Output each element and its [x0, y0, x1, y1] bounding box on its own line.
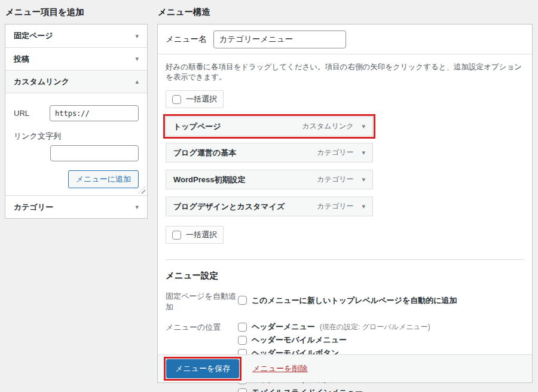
- auto-add-option[interactable]: このメニューに新しいトップレベルページを自動的に追加: [238, 290, 457, 310]
- accordion-posts[interactable]: 投稿 ▾: [5, 47, 147, 70]
- location-label: ヘッダーモバイルメニュー: [252, 335, 347, 345]
- link-text-input[interactable]: [50, 145, 139, 161]
- menu-structure-heading: メニュー構造: [157, 0, 533, 24]
- menu-item-blog-design[interactable]: ブログデザインとカスタマイズ カテゴリー ▾: [166, 197, 373, 216]
- location-checkbox[interactable]: [238, 323, 247, 332]
- chevron-down-icon[interactable]: ▾: [362, 203, 365, 210]
- chevron-down-icon[interactable]: ▾: [135, 56, 139, 62]
- menu-item-title: WordPress初期設定: [173, 174, 245, 185]
- menu-items-list: トップページ カスタムリンク ▾ ブログ運営の基本 カテゴリー ▾: [166, 114, 378, 216]
- drag-instruction-text: 好みの順番に各項目をドラッグしてください。項目の右側の矢印をクリックすると、追加…: [166, 62, 524, 82]
- menu-structure-column: メニュー構造 メニュー名 好みの順番に各項目をドラッグしてください。項目の右側の…: [157, 0, 533, 383]
- chevron-up-icon[interactable]: ▴: [135, 78, 139, 85]
- bulk-select-checkbox[interactable]: [172, 95, 181, 104]
- location-checkbox[interactable]: [238, 388, 247, 392]
- save-menu-button[interactable]: メニューを保存: [166, 359, 239, 378]
- accordion-custom-link[interactable]: カスタムリンク ▴: [5, 70, 147, 93]
- menu-item-wordpress-setup[interactable]: WordPress初期設定 カテゴリー ▾: [166, 170, 373, 189]
- accordion-fixed-pages-label: 固定ページ: [14, 30, 53, 41]
- menu-item-type: カテゴリー: [317, 174, 353, 185]
- menu-item-type: カスタムリンク: [302, 121, 354, 131]
- menu-footer: メニューを保存 メニューを削除: [158, 354, 532, 382]
- link-text-label: リンク文字列: [14, 131, 139, 142]
- bulk-select-top[interactable]: 一括選択: [166, 90, 224, 108]
- accordion-categories[interactable]: カテゴリー ▾: [5, 195, 147, 218]
- settings-divider: [166, 259, 524, 260]
- add-menu-items-panel: 固定ページ ▾ 投稿 ▾ カスタムリンク ▴ URL リンク文字列 メニューに追…: [5, 24, 148, 219]
- menu-item-title: ブログデザインとカスタマイズ: [173, 201, 285, 212]
- auto-add-option-label: このメニューに新しいトップレベルページを自動的に追加: [252, 295, 457, 306]
- add-menu-items-column: メニュー項目を追加 固定ページ ▾ 投稿 ▾ カスタムリンク ▴ URL リンク…: [5, 0, 148, 219]
- menu-item-title: ブログ運営の基本: [173, 148, 236, 158]
- auto-add-row: 固定ページを自動追加 このメニューに新しいトップレベルページを自動的に追加: [166, 290, 524, 313]
- menu-name-label: メニュー名: [166, 34, 206, 45]
- menu-structure-panel: メニュー名 好みの順番に各項目をドラッグしてください。項目の右側の矢印をクリック…: [157, 24, 533, 383]
- save-annotation-box: メニューを保存: [164, 357, 242, 381]
- chevron-down-icon[interactable]: ▾: [362, 176, 365, 183]
- chevron-down-icon[interactable]: ▾: [135, 33, 139, 39]
- chevron-down-icon[interactable]: ▾: [362, 122, 365, 130]
- bulk-select-bottom[interactable]: 一括選択: [166, 226, 224, 244]
- menu-structure-body: 好みの順番に各項目をドラッグしてください。項目の右側の矢印をクリックすると、追加…: [158, 54, 532, 392]
- location-header-mobile-menu[interactable]: ヘッダーモバイルメニュー: [238, 335, 430, 345]
- menu-item-top-page[interactable]: トップページ カスタムリンク ▾: [166, 117, 373, 136]
- menu-name-row: メニュー名: [158, 24, 532, 54]
- add-menu-items-heading: メニュー項目を追加: [5, 0, 148, 24]
- chevron-down-icon[interactable]: ▾: [135, 204, 139, 210]
- location-label: ヘッダーメニュー: [252, 321, 315, 332]
- accordion-fixed-pages[interactable]: 固定ページ ▾: [5, 24, 147, 47]
- menu-settings-heading: メニュー設定: [166, 270, 524, 281]
- bulk-select-checkbox[interactable]: [172, 231, 181, 240]
- location-header-menu[interactable]: ヘッダーメニュー (現在の設定: グローバルメニュー): [238, 321, 430, 332]
- url-input[interactable]: [50, 105, 139, 121]
- location-label: モバイルスライドインメニュー: [252, 387, 363, 392]
- accordion-posts-label: 投稿: [14, 54, 29, 65]
- location-checkbox[interactable]: [238, 336, 247, 345]
- location-note: (現在の設定: グローバルメニュー): [320, 322, 430, 332]
- custom-link-body: URL リンク文字列 メニューに追加: [5, 93, 147, 195]
- url-label: URL: [14, 109, 50, 118]
- menu-item-title: トップページ: [173, 121, 221, 132]
- location-mobile-slidein-menu[interactable]: モバイルスライドインメニュー: [238, 387, 430, 392]
- add-to-menu-button[interactable]: メニューに追加: [68, 170, 139, 188]
- resize-grip-icon[interactable]: [138, 186, 145, 194]
- bulk-select-label: 一括選択: [186, 94, 217, 105]
- accordion-categories-label: カテゴリー: [14, 202, 53, 213]
- accordion-custom-link-label: カスタムリンク: [14, 76, 69, 87]
- menu-item-type: カテゴリー: [317, 148, 353, 158]
- auto-add-checkbox[interactable]: [238, 296, 247, 305]
- auto-add-label: 固定ページを自動追加: [166, 290, 238, 313]
- menu-name-input[interactable]: [213, 30, 346, 48]
- bulk-select-label: 一括選択: [186, 229, 217, 240]
- chevron-down-icon[interactable]: ▾: [362, 149, 365, 157]
- menu-item-blog-basics[interactable]: ブログ運営の基本 カテゴリー ▾: [166, 143, 373, 163]
- menu-item-type: カテゴリー: [317, 201, 353, 212]
- highlight-annotation-box: トップページ カスタムリンク ▾: [163, 114, 375, 139]
- delete-menu-link[interactable]: メニューを削除: [252, 363, 307, 374]
